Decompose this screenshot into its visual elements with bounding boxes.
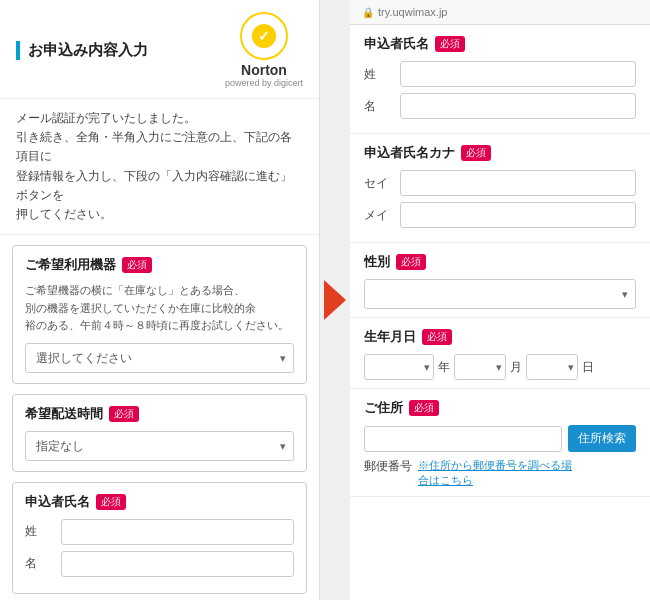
address-search-button[interactable]: 住所検索: [568, 425, 636, 452]
left-applicant-title: 申込者氏名 必須: [25, 493, 294, 511]
right-sei-input[interactable]: [400, 170, 636, 196]
right-address-section: ご住所 必須 住所検索 郵便番号 ※住所から郵便番号を調べる場 合はこちら: [350, 389, 650, 497]
right-browser-bar: 🔒 try.uqwimax.jp: [350, 0, 650, 25]
right-applicant-name-title: 申込者氏名 必須: [364, 35, 636, 53]
right-arrow-icon: [324, 280, 346, 320]
right-firstname-input[interactable]: [400, 93, 636, 119]
left-firstname-input[interactable]: [61, 551, 294, 577]
norton-brand: Norton: [241, 62, 287, 78]
year-unit-label: 年: [438, 359, 450, 376]
month-select[interactable]: [454, 354, 506, 380]
right-address-required-badge: 必須: [409, 400, 439, 416]
day-unit-label: 日: [582, 359, 594, 376]
device-section: ご希望利用機器 必須 ご希望機器の横に「在庫なし」とある場合、 別の機器を選択し…: [12, 245, 307, 384]
postal-link[interactable]: ※住所から郵便番号を調べる場 合はこちら: [418, 458, 572, 488]
intro-text: メール認証が完了いたしました。 引き続き、全角・半角入力にご注意の上、下記の各項…: [0, 99, 319, 235]
left-lastname-label: 姓: [25, 523, 53, 540]
device-select[interactable]: 選択してください: [25, 343, 294, 373]
year-select-wrapper: ▾: [364, 354, 434, 380]
left-applicant-required-badge: 必須: [96, 494, 126, 510]
right-gender-section: 性別 必須 男性 女性 ▾: [350, 243, 650, 318]
right-sei-label: セイ: [364, 175, 392, 192]
delivery-section: 希望配送時間 必須 指定なし ▾: [12, 394, 307, 472]
device-info: ご希望機器の横に「在庫なし」とある場合、 別の機器を選択していただくか在庫に比較…: [25, 282, 294, 335]
right-lastname-input[interactable]: [400, 61, 636, 87]
left-lastname-input[interactable]: [61, 519, 294, 545]
postal-row: 住所検索: [364, 425, 636, 452]
right-birthdate-required-badge: 必須: [422, 329, 452, 345]
day-select-wrapper: ▾: [526, 354, 578, 380]
left-firstname-label: 名: [25, 555, 53, 572]
postal-label: 郵便番号: [364, 458, 412, 475]
right-lastname-row: 姓: [364, 61, 636, 87]
norton-powered: powered by digicert: [225, 78, 303, 88]
postal-input[interactable]: [364, 426, 562, 452]
left-applicant-section: 申込者氏名 必須 姓 名: [12, 482, 307, 594]
left-header: お申込み内容入力 ✓ Norton powered by digicert: [0, 0, 319, 99]
right-address-title: ご住所 必須: [364, 399, 636, 417]
delivery-select[interactable]: 指定なし: [25, 431, 294, 461]
device-title: ご希望利用機器 必須: [25, 256, 294, 274]
right-mei-row: メイ: [364, 202, 636, 228]
right-mei-label: メイ: [364, 207, 392, 224]
delivery-select-wrapper: 指定なし ▾: [25, 431, 294, 461]
page-title: お申込み内容入力: [16, 41, 148, 60]
right-gender-required-badge: 必須: [396, 254, 426, 270]
right-birthdate-title: 生年月日 必須: [364, 328, 636, 346]
lock-icon: 🔒: [362, 7, 374, 18]
right-name-required-badge: 必須: [435, 36, 465, 52]
right-gender-select-wrapper: 男性 女性 ▾: [364, 279, 636, 309]
left-firstname-row: 名: [25, 551, 294, 577]
delivery-title: 希望配送時間 必須: [25, 405, 294, 423]
right-gender-select[interactable]: 男性 女性: [364, 279, 636, 309]
right-form: 申込者氏名 必須 姓 名 申込者氏名カナ 必須 セイ メイ: [350, 25, 650, 497]
month-select-wrapper: ▾: [454, 354, 506, 380]
right-sei-row: セイ: [364, 170, 636, 196]
right-kana-required-badge: 必須: [461, 145, 491, 161]
right-applicant-name-section: 申込者氏名 必須 姓 名: [350, 25, 650, 134]
norton-logo: ✓: [240, 12, 288, 60]
right-gender-title: 性別 必須: [364, 253, 636, 271]
device-select-wrapper: 選択してください ▾: [25, 343, 294, 373]
left-panel: お申込み内容入力 ✓ Norton powered by digicert メー…: [0, 0, 320, 600]
left-lastname-row: 姓: [25, 519, 294, 545]
month-unit-label: 月: [510, 359, 522, 376]
right-birthdate-section: 生年月日 必須 ▾ 年 ▾ 月: [350, 318, 650, 389]
postal-info-row: 郵便番号 ※住所から郵便番号を調べる場 合はこちら: [364, 458, 636, 488]
birthdate-row: ▾ 年 ▾ 月 ▾ 日: [364, 354, 636, 380]
right-kana-title: 申込者氏名カナ 必須: [364, 144, 636, 162]
delivery-required-badge: 必須: [109, 406, 139, 422]
right-lastname-label: 姓: [364, 66, 392, 83]
right-mei-input[interactable]: [400, 202, 636, 228]
day-select[interactable]: [526, 354, 578, 380]
right-firstname-label: 名: [364, 98, 392, 115]
right-firstname-row: 名: [364, 93, 636, 119]
device-required-badge: 必須: [122, 257, 152, 273]
right-applicant-kana-section: 申込者氏名カナ 必須 セイ メイ: [350, 134, 650, 243]
year-select[interactable]: [364, 354, 434, 380]
right-panel: 🔒 try.uqwimax.jp 申込者氏名 必須 姓 名 申込者氏名カナ 必須: [350, 0, 650, 600]
arrow-container: [320, 0, 350, 600]
norton-badge: ✓ Norton powered by digicert: [225, 12, 303, 88]
